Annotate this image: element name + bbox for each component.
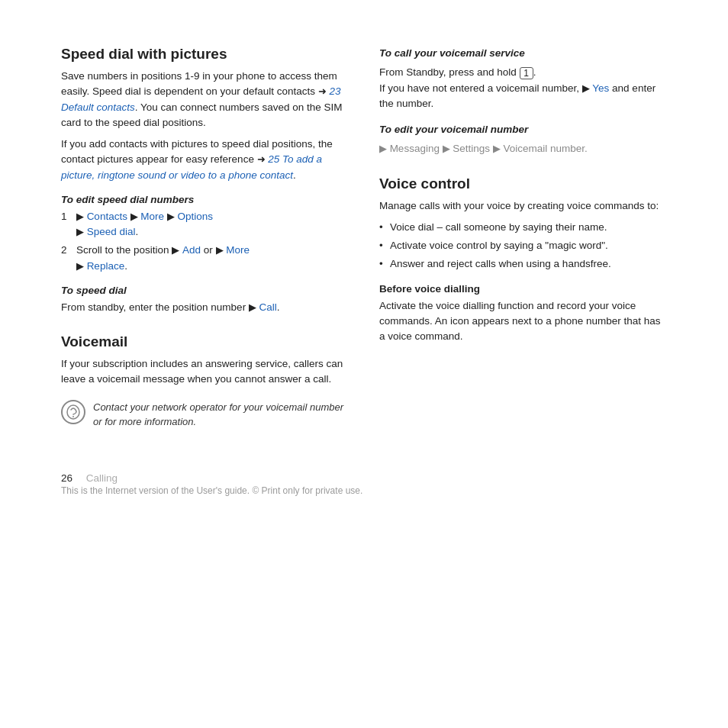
step-2: 2 Scroll to the position ▶ Add or ▶ More…: [61, 243, 349, 274]
note-text: Contact your network operator for your v…: [93, 400, 349, 430]
edit-speed-heading: To edit speed dial numbers: [61, 194, 349, 205]
svg-point-1: [72, 416, 74, 417]
steps-list: 1 ▶ Contacts ▶ More ▶ Options ▶ Speed di…: [61, 209, 349, 274]
step-1: 1 ▶ Contacts ▶ More ▶ Options ▶ Speed di…: [61, 209, 349, 240]
to-speed-heading: To speed dial: [61, 285, 349, 296]
speed-dial-p2: If you add contacts with pictures to spe…: [61, 137, 349, 183]
voice-control-intro: Manage calls with your voice by creating…: [379, 198, 667, 214]
page-footer: 26 Calling This is the Internet version …: [61, 472, 667, 496]
speed-dial-title: Speed dial with pictures: [61, 46, 349, 63]
before-voice-body: Activate the voice dialling function and…: [379, 298, 667, 345]
bullet-1: Voice dial – call someone by saying thei…: [379, 220, 667, 235]
voice-bullets: Voice dial – call someone by saying thei…: [379, 220, 667, 272]
bullet-3: Answer and reject calls when using a han…: [379, 256, 667, 272]
speed-dial-p1: Save numbers in positions 1-9 in your ph…: [61, 69, 349, 130]
voicemail-p1: If your subscription includes an answeri…: [61, 356, 349, 388]
bullet-2: Activate voice control by saying a "magi…: [379, 238, 667, 253]
footer-page-line: 26 Calling: [61, 472, 667, 484]
voicemail-section: Voicemail If your subscription includes …: [61, 333, 349, 436]
footer-notice: This is the Internet version of the User…: [61, 485, 667, 496]
section-name: Calling: [86, 472, 118, 484]
key-1: 1: [520, 67, 533, 79]
arrow-icon: ➜: [318, 85, 330, 97]
voicemail-title: Voicemail: [61, 333, 349, 350]
arrow-icon-2: ➜: [257, 153, 269, 165]
before-voice-heading: Before voice dialling: [379, 283, 667, 295]
right-column: To call your voicemail service From Stan…: [379, 46, 667, 442]
to-edit-heading: To edit your voicemail number: [379, 122, 667, 137]
note-icon: [61, 400, 85, 424]
to-speed-body: From standby, enter the position number …: [61, 300, 349, 315]
voice-control-section: Voice control Manage calls with your voi…: [379, 176, 667, 345]
to-edit-body: ▶ Messaging ▶ Settings ▶ Voicemail numbe…: [379, 141, 667, 156]
to-call-body: From Standby, press and hold 1. If you h…: [379, 65, 667, 111]
voice-control-title: Voice control: [379, 176, 667, 192]
note-box: Contact your network operator for your v…: [61, 400, 349, 436]
to-call-heading: To call your voicemail service: [379, 46, 667, 61]
page-number: 26: [61, 472, 72, 484]
left-column: Speed dial with pictures Save numbers in…: [61, 46, 349, 442]
